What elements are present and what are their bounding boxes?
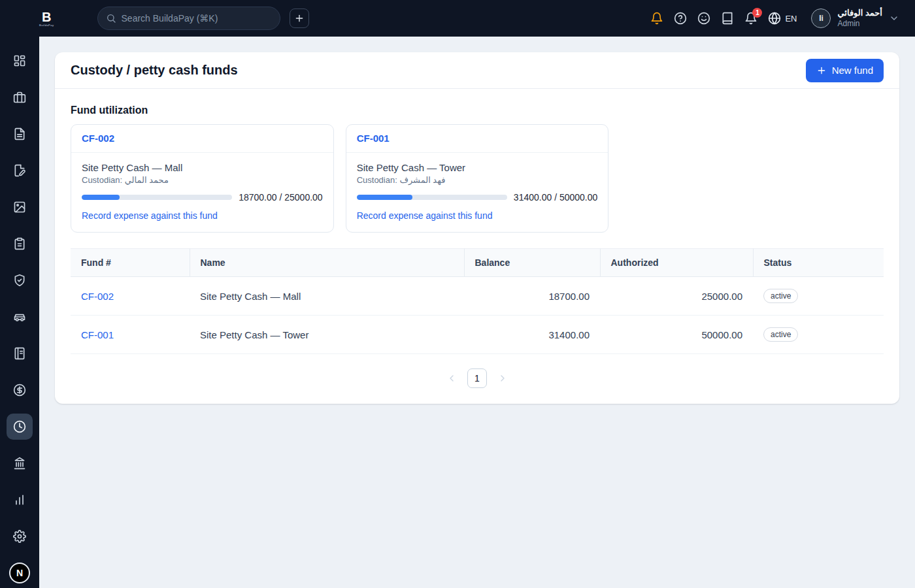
- notifications-icon[interactable]: 1: [744, 12, 757, 25]
- fund-progress: [357, 195, 507, 200]
- chevron-down-icon: [889, 13, 899, 24]
- alerts-icon[interactable]: [650, 12, 663, 25]
- header-fund: Fund #: [71, 249, 190, 277]
- section-title: Fund utilization: [71, 105, 884, 116]
- record-expense-link[interactable]: Record expense against this fund: [357, 210, 493, 221]
- header-authorized: Authorized: [600, 249, 753, 277]
- status-badge: active: [763, 327, 798, 342]
- sidebar-item-projects[interactable]: [7, 84, 33, 110]
- page-title: Custody / petty cash funds: [71, 63, 238, 78]
- notification-badge: 1: [752, 8, 762, 18]
- authorized-cell: 50000.00: [600, 316, 753, 354]
- fund-card: CF-001 Site Petty Cash — Tower Custodian…: [346, 124, 609, 233]
- sidebar-item-dashboard[interactable]: [7, 48, 33, 74]
- fund-code-link[interactable]: CF-001: [357, 133, 390, 144]
- fund-code-link[interactable]: CF-002: [82, 133, 114, 144]
- sidebar-item-cards[interactable]: [7, 194, 33, 220]
- feedback-icon[interactable]: [697, 12, 710, 25]
- bank-icon: [13, 457, 26, 470]
- globe-icon: [768, 12, 781, 25]
- main-content: Custody / petty cash funds New fund Fund…: [39, 37, 915, 588]
- sidebar-item-documents[interactable]: [7, 231, 33, 257]
- new-fund-button[interactable]: New fund: [806, 59, 884, 82]
- fund-name: Site Petty Cash — Mall: [82, 162, 323, 173]
- custody-card: Custody / petty cash funds New fund Fund…: [55, 52, 899, 404]
- sidebar-user-avatar[interactable]: N: [9, 563, 30, 583]
- contracts-icon: [13, 164, 26, 177]
- page-number-button[interactable]: 1: [467, 368, 487, 388]
- fund-name: Site Petty Cash — Tower: [357, 162, 598, 173]
- table-row: CF-002 Site Petty Cash — Mall 18700.00 2…: [71, 277, 884, 316]
- user-name: أحمد الوفائي: [837, 8, 882, 18]
- fund-name-cell: Site Petty Cash — Mall: [190, 277, 464, 316]
- next-page-button[interactable]: [497, 373, 508, 384]
- table-header-row: Fund # Name Balance Authorized Status: [71, 249, 884, 277]
- user-avatar: Ii: [811, 8, 831, 28]
- payments-icon: [13, 384, 26, 397]
- topbar-actions: 1 EN Ii أحمد الوفائي Admin: [650, 8, 899, 28]
- global-search[interactable]: [97, 7, 280, 30]
- user-menu[interactable]: Ii أحمد الوفائي Admin: [811, 8, 899, 28]
- table-row: CF-001 Site Petty Cash — Tower 31400.00 …: [71, 316, 884, 354]
- cards-icon: [13, 201, 26, 214]
- chevron-right-icon: [497, 373, 508, 384]
- brand-logo[interactable]: B BuildaPay: [39, 10, 54, 27]
- sidebar-item-custody[interactable]: [7, 414, 33, 440]
- settings-gear-icon: [13, 530, 26, 543]
- plus-icon: [816, 65, 827, 76]
- topbar: B BuildaPay 1 EN Ii: [0, 0, 915, 37]
- fund-progress: [82, 195, 232, 200]
- prev-page-button[interactable]: [446, 373, 457, 384]
- header-status: Status: [753, 249, 884, 277]
- sidebar-item-invoices[interactable]: [7, 121, 33, 147]
- fund-grid-empty-slot: [620, 124, 884, 233]
- fund-number-link[interactable]: CF-001: [81, 329, 114, 340]
- language-label: EN: [785, 14, 797, 24]
- fund-progress-fill: [357, 195, 413, 200]
- sidebar-item-bank[interactable]: [7, 450, 33, 476]
- custody-icon: [13, 420, 26, 433]
- card-body: Fund utilization CF-002 Site Petty Cash …: [55, 89, 899, 404]
- sidebar-item-reports[interactable]: [7, 487, 33, 513]
- chevron-left-icon: [446, 373, 457, 384]
- balance-cell: 18700.00: [464, 277, 600, 316]
- sidebar-item-compliance[interactable]: [7, 267, 33, 293]
- reports-icon: [13, 493, 26, 506]
- balance-cell: 31400.00: [464, 316, 600, 354]
- brand-letter: B: [42, 10, 51, 24]
- status-badge: active: [763, 289, 798, 303]
- user-role: Admin: [837, 19, 882, 29]
- fund-progress-fill: [82, 195, 120, 200]
- plus-icon: [294, 13, 305, 24]
- help-icon[interactable]: [674, 12, 687, 25]
- fund-card: CF-002 Site Petty Cash — Mall Custodian:…: [71, 124, 334, 233]
- ledger-icon: [13, 347, 26, 360]
- authorized-cell: 25000.00: [600, 277, 753, 316]
- vehicles-icon: [13, 310, 26, 323]
- record-expense-link[interactable]: Record expense against this fund: [82, 210, 218, 221]
- quick-add-button[interactable]: [290, 8, 309, 28]
- fund-name-cell: Site Petty Cash — Tower: [190, 316, 464, 354]
- language-switcher[interactable]: EN: [768, 12, 797, 25]
- sidebar-item-vehicles[interactable]: [7, 304, 33, 330]
- user-meta: أحمد الوفائي Admin: [837, 8, 882, 28]
- docs-icon[interactable]: [721, 12, 734, 25]
- search-input[interactable]: [122, 13, 272, 24]
- fund-number-link[interactable]: CF-002: [81, 291, 114, 302]
- fund-utilization-grid: CF-002 Site Petty Cash — Mall Custodian:…: [71, 124, 884, 233]
- projects-icon: [13, 91, 26, 104]
- sidebar-item-contracts[interactable]: [7, 157, 33, 184]
- compliance-icon: [13, 274, 26, 287]
- sidebar-item-ledger[interactable]: [7, 340, 33, 367]
- header-name: Name: [190, 249, 464, 277]
- pagination: 1: [71, 368, 884, 388]
- sidebar-item-payments[interactable]: [7, 377, 33, 403]
- header-balance: Balance: [464, 249, 600, 277]
- sidebar-item-settings[interactable]: [7, 523, 33, 549]
- fund-amounts: 18700.00 / 25000.00: [239, 192, 322, 203]
- search-icon: [106, 13, 116, 24]
- brand-name: BuildaPay: [39, 24, 54, 27]
- invoices-icon: [13, 127, 26, 140]
- dashboard-icon: [13, 54, 26, 67]
- fund-custodian: Custodian: فهد المشرف: [357, 175, 598, 185]
